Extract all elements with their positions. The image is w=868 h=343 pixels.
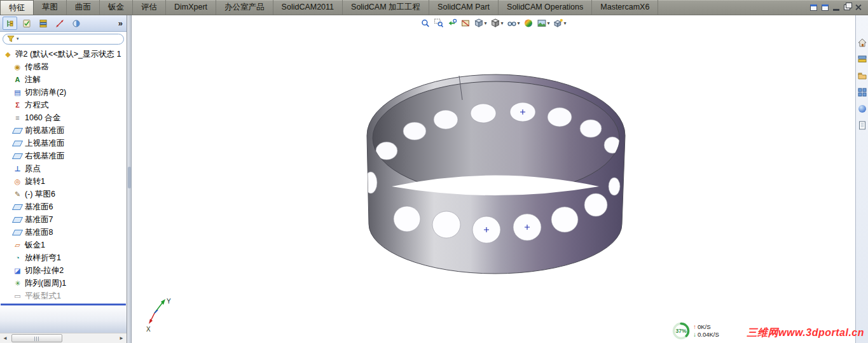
view-settings-button[interactable] (553, 17, 568, 29)
origin-icon (13, 164, 22, 174)
document-icon[interactable] (810, 4, 817, 11)
sidebar-item-plane7[interactable]: 基准面7 (0, 213, 127, 226)
appearances-icon[interactable] (857, 103, 868, 115)
download-arrow-icon (693, 331, 696, 339)
tab-solidcam2011[interactable]: SolidCAM2011 (273, 0, 343, 15)
sidebar-item-circular-pattern1[interactable]: 阵列(圆周)1 (0, 277, 127, 290)
design-library-icon[interactable] (857, 53, 868, 65)
tab-solidcam-operations[interactable]: SolidCAM Operations (499, 0, 592, 15)
sidebar-item-material[interactable]: 1060 合金 (0, 111, 127, 124)
scene-icon (537, 18, 547, 28)
tab-mastercamx6[interactable]: MastercamX6 (592, 0, 658, 15)
lofted-bend-icon (13, 253, 22, 263)
sidebar-item-cut-extrude2[interactable]: 切除-拉伸2 (0, 264, 127, 277)
tab-dimxpert[interactable]: DimXpert (166, 0, 216, 15)
chevron-down-icon (548, 20, 550, 26)
restore-icon[interactable] (844, 4, 850, 10)
tab-office-products[interactable]: 办公室产品 (216, 0, 273, 15)
tree-filter-row (0, 32, 127, 46)
net-speed-widget[interactable]: 37% 0K/S 0.04K/S (672, 321, 719, 340)
chevron-down-icon (517, 20, 520, 26)
tab-evaluate[interactable]: 评估 (133, 0, 166, 15)
sidebar-item-front-plane[interactable]: 前视基准面 (0, 124, 127, 137)
watermark-text: 三维网www.3dportal.cn (747, 326, 864, 340)
previous-view-icon (447, 18, 457, 28)
propertymanager-icon[interactable] (19, 17, 34, 30)
sidebar-item-flat-pattern1[interactable]: 平板型式1 (0, 290, 127, 302)
edit-appearance-button[interactable] (523, 17, 535, 29)
sidebar-item-plane8[interactable]: 基准面8 (0, 226, 127, 239)
view-palette-icon[interactable] (857, 87, 868, 98)
material-icon (13, 113, 22, 123)
home-icon[interactable] (857, 37, 868, 48)
sidebar-item-top-plane[interactable]: 上视基准面 (0, 137, 127, 150)
document-properties-icon[interactable] (857, 120, 868, 131)
zoom-area-button[interactable] (432, 17, 444, 29)
feature-tree: 弹2 (默认<<默认>_显示状态 1 传感器 注解 切割清单(2) 方程式 10… (0, 46, 127, 305)
sheet-metal-icon (13, 241, 22, 250)
more-tabs-chevron[interactable]: » (118, 18, 124, 28)
view-settings-icon (554, 18, 563, 28)
scrollbar-thumb[interactable] (11, 334, 62, 342)
plane-icon (13, 228, 22, 237)
view-orientation-button[interactable] (472, 17, 488, 29)
sidebar-item-origin[interactable]: 原点 (0, 162, 127, 175)
upload-arrow-icon (693, 323, 696, 331)
sketch-icon (13, 190, 22, 199)
filter-input[interactable] (3, 34, 124, 45)
tree-root-part[interactable]: 弹2 (默认<<默认>_显示状态 1 (0, 48, 127, 60)
hide-show-items-button[interactable] (506, 17, 521, 29)
svg-text:X: X (146, 326, 151, 333)
tab-surfaces[interactable]: 曲面 (67, 0, 100, 15)
sidebar-item-equations[interactable]: 方程式 (0, 99, 127, 111)
sidebar-item-sensors[interactable]: 传感器 (0, 60, 127, 73)
sidebar-item-revolve1[interactable]: 旋转1 (0, 175, 127, 188)
tab-sheet-metal[interactable]: 钣金 (100, 0, 133, 15)
flat-pattern-icon (13, 291, 22, 301)
tab-solidcam-machining[interactable]: SolidCAM 加工工程 (343, 0, 429, 15)
sidebar-item-cut-list[interactable]: 切割清单(2) (0, 86, 127, 99)
model-ring[interactable] (364, 74, 625, 274)
configurationmanager-icon[interactable] (36, 17, 50, 30)
sidebar-item-sheet-metal1[interactable]: 钣金1 (0, 239, 127, 251)
cut-list-icon (13, 88, 22, 97)
zoom-fit-button[interactable] (419, 17, 431, 29)
previous-view-button[interactable] (446, 17, 458, 29)
displaymanager-icon[interactable] (69, 17, 83, 30)
annotations-icon (13, 75, 22, 85)
section-view-button[interactable] (459, 17, 471, 29)
dimxpertmanager-icon[interactable] (52, 17, 67, 30)
revolve-icon (13, 177, 22, 186)
minimize-icon[interactable] (833, 9, 839, 11)
splitter-grip-icon[interactable] (128, 167, 131, 188)
document-icon[interactable] (822, 4, 829, 11)
panel-splitter[interactable] (127, 15, 132, 343)
close-icon[interactable] (855, 4, 862, 11)
tab-bar-spacer (658, 0, 804, 15)
sidebar-item-plane6[interactable]: 基准面6 (0, 200, 127, 213)
tab-features[interactable]: 特征 (0, 0, 34, 15)
chevron-down-icon (17, 36, 19, 41)
apply-scene-button[interactable] (536, 17, 551, 29)
panel-empty-area (0, 305, 127, 333)
upload-speed: 0K/S (698, 323, 711, 331)
sidebar-item-right-plane[interactable]: 右视基准面 (0, 150, 127, 162)
sidebar-item-annotations[interactable]: 注解 (0, 73, 127, 86)
chevron-down-icon (484, 20, 486, 26)
graphics-area[interactable]: Y X (132, 15, 855, 343)
tab-solidcam-part[interactable]: SolidCAM Part (429, 0, 499, 15)
view-orientation-icon (474, 18, 483, 28)
tab-sketch[interactable]: 草图 (34, 0, 67, 15)
task-pane-tabs (855, 15, 868, 343)
speed-readout: 0K/S 0.04K/S (693, 323, 719, 339)
scroll-left-button[interactable]: ◄ (0, 333, 10, 343)
scroll-right-button[interactable]: ► (116, 333, 127, 343)
sidebar-item-sketch6[interactable]: (-) 草图6 (0, 188, 127, 200)
tree-horizontal-scrollbar[interactable]: ◄ ► (0, 333, 127, 343)
file-explorer-icon[interactable] (857, 70, 868, 81)
zoom-area-icon (434, 18, 443, 28)
zoom-fit-icon (420, 18, 430, 28)
featuremanager-icon[interactable] (3, 17, 17, 30)
display-style-button[interactable] (489, 17, 504, 29)
sidebar-item-lofted-bend1[interactable]: 放样折弯1 (0, 251, 127, 264)
